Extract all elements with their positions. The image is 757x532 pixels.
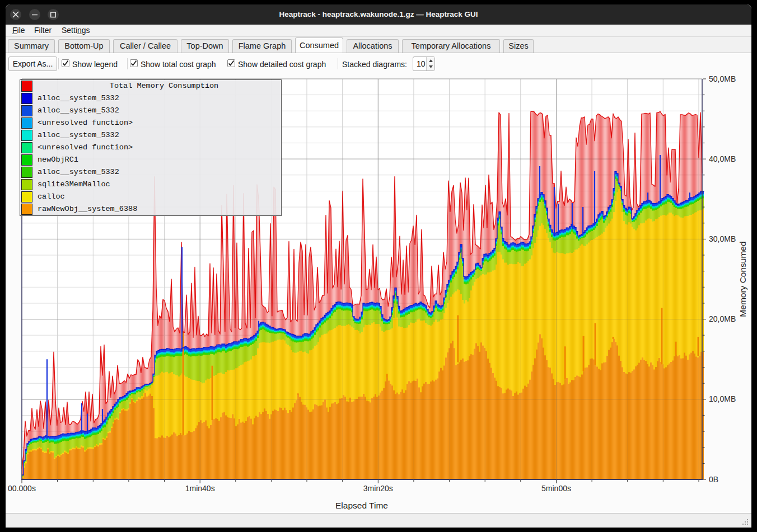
svg-text:50,0MB: 50,0MB xyxy=(709,74,736,83)
svg-text:1min40s: 1min40s xyxy=(185,484,215,493)
svg-text:0B: 0B xyxy=(709,475,718,484)
svg-text:00.000s: 00.000s xyxy=(8,484,36,493)
svg-text:10,0MB: 10,0MB xyxy=(709,394,736,403)
svg-text:30,0MB: 30,0MB xyxy=(709,234,736,243)
svg-text:Elapsed Time: Elapsed Time xyxy=(335,501,388,510)
svg-text:20,0MB: 20,0MB xyxy=(709,314,736,323)
svg-text:5min00s: 5min00s xyxy=(541,484,571,493)
svg-text:3min20s: 3min20s xyxy=(363,484,393,493)
svg-text:Memory Consumed: Memory Consumed xyxy=(738,241,747,317)
svg-text:40,0MB: 40,0MB xyxy=(709,154,736,163)
